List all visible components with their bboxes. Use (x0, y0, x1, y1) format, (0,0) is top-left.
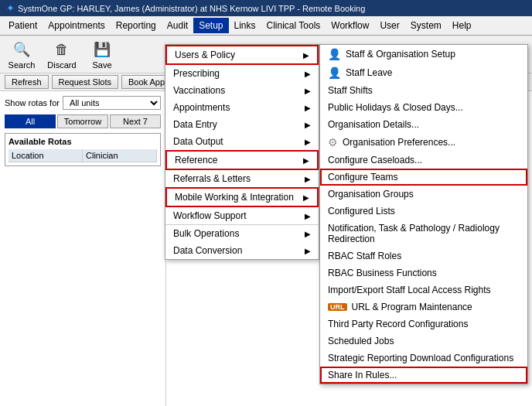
secondary-toolbar: Refresh Request Slots Book Appointment (0, 73, 532, 91)
next7-date-button[interactable]: Next 7 (110, 114, 161, 128)
content-area: Show rotas for All units All Tomorrow Ne… (0, 91, 532, 406)
discard-button[interactable]: 🗑 Discard (46, 39, 77, 70)
menu-audit[interactable]: Audit (162, 18, 193, 33)
units-dropdown[interactable]: All units (63, 96, 161, 110)
available-rotas-panel: Available Rotas Location Clinician (5, 133, 161, 166)
tomorrow-date-button[interactable]: Tomorrow (57, 114, 108, 128)
app-icon: ✦ (6, 2, 15, 14)
menu-setup[interactable]: Setup (193, 18, 228, 33)
left-panel: Show rotas for All units All Tomorrow Ne… (0, 91, 166, 406)
search-button[interactable]: 🔍 Search (6, 39, 37, 70)
request-slots-button[interactable]: Request Slots (52, 75, 118, 89)
menu-help[interactable]: Help (447, 18, 477, 33)
menu-bar: Patient Appointments Reporting Audit Set… (0, 16, 532, 36)
clinician-header: Clinician (83, 149, 157, 162)
menu-patient[interactable]: Patient (3, 18, 43, 33)
save-button[interactable]: 💾 Save (87, 39, 118, 70)
discard-icon: 🗑 (49, 39, 74, 60)
all-date-button[interactable]: All (5, 114, 56, 128)
book-appointment-button[interactable]: Book Appointment (121, 75, 204, 89)
save-icon: 💾 (90, 39, 114, 60)
menu-links[interactable]: Links (229, 18, 261, 33)
refresh-button[interactable]: Refresh (5, 75, 49, 89)
show-rotas-label: Show rotas for (5, 98, 60, 107)
main-toolbar: 🔍 Search 🗑 Discard 💾 Save (0, 36, 532, 73)
menu-system[interactable]: System (405, 18, 447, 33)
menu-user[interactable]: User (374, 18, 404, 33)
menu-clinical-tools[interactable]: Clinical Tools (261, 18, 326, 33)
available-rotas-title: Available Rotas (9, 137, 157, 146)
menu-workflow[interactable]: Workflow (326, 18, 374, 33)
location-header: Location (9, 149, 83, 162)
date-filter-row: All Tomorrow Next 7 (5, 114, 161, 128)
rotas-header: Location Clinician (9, 149, 157, 162)
search-icon: 🔍 (9, 39, 34, 60)
title-bar: ✦ SystmOne GP: HARLEY, James (Administra… (0, 0, 532, 16)
menu-appointments[interactable]: Appointments (43, 18, 110, 33)
show-rotas-row: Show rotas for All units (5, 96, 161, 110)
menu-reporting[interactable]: Reporting (111, 18, 162, 33)
title-text: SystmOne GP: HARLEY, James (Administrato… (18, 4, 365, 13)
